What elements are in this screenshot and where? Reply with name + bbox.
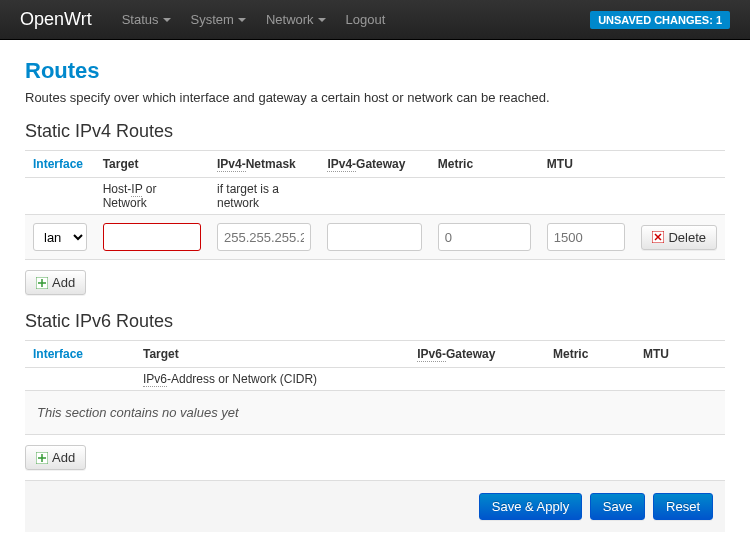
- brand: OpenWrt: [20, 9, 92, 30]
- add-ipv6-button[interactable]: Add: [25, 445, 86, 470]
- delete-icon: [652, 231, 664, 243]
- col-metric: Metric: [430, 151, 539, 178]
- mtu-input[interactable]: [547, 223, 626, 251]
- col-interface[interactable]: Interface: [25, 341, 135, 368]
- caret-down-icon: [163, 18, 171, 22]
- col-netmask: IPv4-Netmask: [209, 151, 319, 178]
- col-mtu: MTU: [539, 151, 634, 178]
- ipv6-heading: Static IPv6 Routes: [25, 311, 725, 332]
- unsaved-changes-badge[interactable]: UNSAVED CHANGES: 1: [590, 11, 730, 29]
- page-description: Routes specify over which interface and …: [25, 90, 725, 105]
- col-gateway: IPv4-Gateway: [319, 151, 429, 178]
- nav-system[interactable]: System: [181, 12, 256, 27]
- col-gateway: IPv6-Gateway: [409, 341, 545, 368]
- nav-system-label: System: [191, 12, 234, 27]
- col-interface[interactable]: Interface: [25, 151, 95, 178]
- add-label: Add: [52, 450, 75, 465]
- add-label: Add: [52, 275, 75, 290]
- page-title: Routes: [25, 58, 725, 84]
- add-icon: [36, 277, 48, 289]
- add-ipv4-button[interactable]: Add: [25, 270, 86, 295]
- ipv4-heading: Static IPv4 Routes: [25, 121, 725, 142]
- ipv6-empty-message: This section contains no values yet: [25, 390, 725, 435]
- delete-label: Delete: [668, 230, 706, 245]
- ipv4-abbr: IPv4-: [327, 157, 356, 172]
- nav-status[interactable]: Status: [112, 12, 181, 27]
- target-input[interactable]: [103, 223, 201, 251]
- caret-down-icon: [238, 18, 246, 22]
- col-metric: Metric: [545, 341, 635, 368]
- col-target: Target: [95, 151, 209, 178]
- delete-button[interactable]: Delete: [641, 225, 717, 250]
- nav-network-label: Network: [266, 12, 314, 27]
- ipv6-abbr: IPv6: [143, 372, 167, 387]
- ipv6-routes-table: Interface Target IPv6-Gateway Metric MTU…: [25, 340, 725, 390]
- hint-target-v6: IPv6-Address or Network (CIDR): [135, 368, 409, 391]
- add-icon: [36, 452, 48, 464]
- table-row: lan Delete: [25, 215, 725, 260]
- interface-select[interactable]: lan: [33, 223, 87, 251]
- ipv4-routes-table: Interface Target IPv4-Netmask IPv4-Gatew…: [25, 150, 725, 260]
- nav-logout[interactable]: Logout: [336, 12, 396, 27]
- save-apply-button[interactable]: Save & Apply: [479, 493, 582, 520]
- col-mtu: MTU: [635, 341, 725, 368]
- hint-target: Host-IP or Network: [95, 178, 209, 215]
- nav-logout-label: Logout: [346, 12, 386, 27]
- ipv4-abbr: IPv4-: [217, 157, 246, 172]
- hint-netmask: if target is a network: [209, 178, 319, 215]
- form-actions: Save & Apply Save Reset: [25, 480, 725, 532]
- nav-network[interactable]: Network: [256, 12, 336, 27]
- col-target: Target: [135, 341, 409, 368]
- metric-input[interactable]: [438, 223, 531, 251]
- save-button[interactable]: Save: [590, 493, 646, 520]
- caret-down-icon: [318, 18, 326, 22]
- ip-abbr: IP: [131, 182, 142, 197]
- ipv6-abbr: IPv6-: [417, 347, 446, 362]
- reset-button[interactable]: Reset: [653, 493, 713, 520]
- top-navbar: OpenWrt Status System Network Logout UNS…: [0, 0, 750, 40]
- netmask-input[interactable]: [217, 223, 311, 251]
- gateway-input[interactable]: [327, 223, 421, 251]
- nav-status-label: Status: [122, 12, 159, 27]
